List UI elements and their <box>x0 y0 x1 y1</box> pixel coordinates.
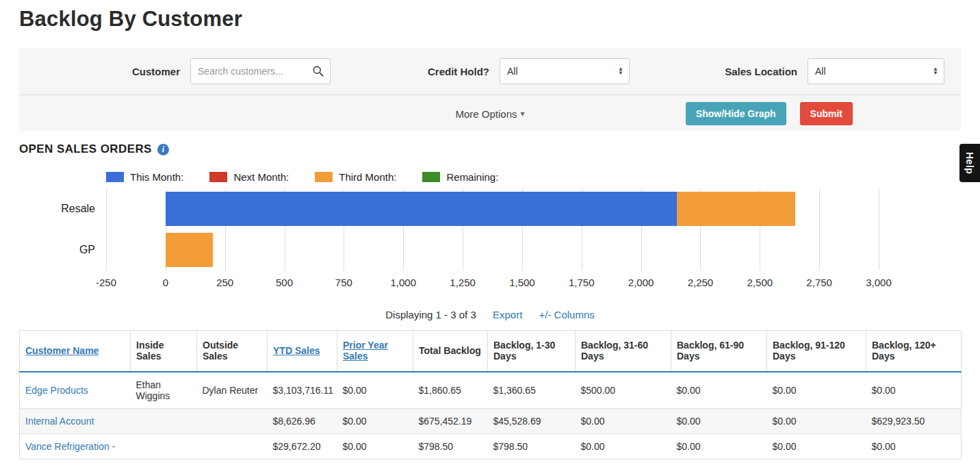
sales-location-label: Sales Location <box>725 66 797 77</box>
data-cell: $1,360.65 <box>488 372 576 409</box>
section-heading: OPEN SALES ORDERS i <box>19 142 980 156</box>
bar-segment <box>166 192 677 226</box>
filter-panel: Customer Credit Hold? All ▲▼ Sales Locat… <box>19 48 961 131</box>
legend-swatch <box>422 172 440 182</box>
data-cell: $3,103,716.11 <box>268 372 337 409</box>
bar-segment <box>677 192 796 226</box>
x-tick-label: 1,750 <box>569 277 595 288</box>
search-icon[interactable] <box>312 65 324 80</box>
table-row: Edge ProductsEthan WigginsDylan Reuter$3… <box>20 372 962 409</box>
x-tick-label: 1,250 <box>450 277 476 288</box>
bar-segment <box>166 233 213 267</box>
table-body: Edge ProductsEthan WigginsDylan Reuter$3… <box>20 372 962 459</box>
chart-plot <box>106 188 879 270</box>
filter-row-top: Customer Credit Hold? All ▲▼ Sales Locat… <box>19 48 961 94</box>
data-cell: $0.00 <box>337 408 413 433</box>
chart-plot-row: ResaleGP <box>19 188 961 270</box>
credit-hold-label: Credit Hold? <box>428 66 489 77</box>
backlog-table: Customer NameInside SalesOutside SalesYT… <box>19 330 962 459</box>
submit-button[interactable]: Submit <box>800 102 853 125</box>
data-cell: $0.00 <box>337 372 413 409</box>
legend-label: Next Month: <box>233 171 289 183</box>
x-tick-label: -250 <box>96 277 116 288</box>
column-header: Backlog, 91-120 Days <box>767 331 866 372</box>
data-cell <box>131 433 197 459</box>
more-options-label: More Options <box>455 108 517 119</box>
data-cell: $0.00 <box>671 372 767 409</box>
x-tick-label: 250 <box>216 277 233 288</box>
column-header[interactable]: Customer Name <box>20 331 131 372</box>
credit-hold-selected-value: All <box>507 66 518 77</box>
data-cell: Dylan Reuter <box>197 372 268 409</box>
data-cell: $798.50 <box>488 433 576 459</box>
chart-right-spacer <box>879 188 961 270</box>
legend-swatch <box>106 172 124 182</box>
legend-item: This Month: <box>106 171 183 183</box>
y-category-label: Resale <box>19 188 106 229</box>
help-tab[interactable]: Help <box>959 144 980 182</box>
data-cell: $1,860.65 <box>413 372 488 409</box>
data-cell: $0.00 <box>866 372 962 409</box>
export-link[interactable]: Export <box>493 309 522 320</box>
x-tick-label: 750 <box>335 277 352 288</box>
data-cell: $8,626.96 <box>268 408 337 433</box>
column-header: Inside Sales <box>131 331 197 372</box>
column-header: Backlog, 61-90 Days <box>671 331 767 372</box>
customer-link[interactable]: Vance Refrigeration - <box>25 441 115 452</box>
y-category-label: GP <box>19 229 106 270</box>
column-header: Outside Sales <box>197 331 268 372</box>
data-cell: $45,528.69 <box>488 408 576 433</box>
data-cell: $0.00 <box>671 408 767 433</box>
chart-x-axis: -25002505007501,0001,2501,5001,7502,0002… <box>106 270 879 291</box>
info-icon[interactable]: i <box>157 144 169 155</box>
legend-item: Remaining: <box>422 171 498 183</box>
legend-label: Remaining: <box>446 171 498 183</box>
data-cell: $0.00 <box>671 433 767 459</box>
sales-location-selected-value: All <box>815 66 826 77</box>
x-tick-label: 1,000 <box>390 277 416 288</box>
data-cell <box>131 408 197 433</box>
displaying-count: Displaying 1 - 3 of 3 <box>385 309 476 320</box>
customer-name-cell: Vance Refrigeration - <box>20 433 131 459</box>
data-cell: $500.00 <box>576 372 671 409</box>
data-cell: $0.00 <box>866 433 962 459</box>
chart-axis-row: -25002505007501,0001,2501,5001,7502,0002… <box>19 270 961 291</box>
legend-swatch <box>209 172 227 182</box>
table-header-row: Customer NameInside SalesOutside SalesYT… <box>20 331 962 372</box>
column-header: Backlog, 31-60 Days <box>576 331 671 372</box>
more-options-toggle[interactable]: More Options ▾ <box>455 108 524 119</box>
x-tick-label: 0 <box>163 277 168 288</box>
data-cell: $629,923.50 <box>866 408 962 433</box>
sales-location-select[interactable]: All ▲▼ <box>808 58 944 84</box>
data-cell: $0.00 <box>767 408 866 433</box>
column-header[interactable]: YTD Sales <box>268 331 337 372</box>
show-hide-graph-button[interactable]: Show/Hide Graph <box>686 102 786 125</box>
page-title: Backlog By Customer <box>19 7 980 31</box>
data-cell: $798.50 <box>413 433 488 459</box>
column-header: Backlog, 120+ Days <box>866 331 962 372</box>
select-arrows-icon: ▲▼ <box>618 67 623 75</box>
legend-swatch <box>315 172 333 182</box>
credit-hold-select[interactable]: All ▲▼ <box>500 58 630 84</box>
legend-label: This Month: <box>130 171 183 183</box>
customer-name-cell: Edge Products <box>20 372 131 409</box>
customer-name-cell: Internal Account <box>20 408 131 433</box>
customer-link[interactable]: Edge Products <box>25 385 88 396</box>
customer-link[interactable]: Internal Account <box>25 416 94 427</box>
data-cell <box>197 433 268 459</box>
customer-filter-group: Customer <box>132 58 331 84</box>
gridline <box>106 188 107 270</box>
x-tick-label: 500 <box>276 277 293 288</box>
column-header: Backlog, 1-30 Days <box>488 331 576 372</box>
data-cell: $0.00 <box>767 372 866 409</box>
select-arrows-icon: ▲▼ <box>933 67 938 75</box>
gridline <box>879 188 879 270</box>
x-tick-label: 1,500 <box>509 277 535 288</box>
credit-hold-filter-group: Credit Hold? All ▲▼ <box>428 58 630 84</box>
customer-search-input[interactable] <box>190 58 331 84</box>
column-header[interactable]: Prior Year Sales <box>337 331 413 372</box>
x-tick-label: 2,000 <box>628 277 654 288</box>
columns-toggle-link[interactable]: +/- Columns <box>539 309 595 320</box>
section-title: OPEN SALES ORDERS <box>19 142 152 156</box>
legend-label: Third Month: <box>339 171 396 183</box>
